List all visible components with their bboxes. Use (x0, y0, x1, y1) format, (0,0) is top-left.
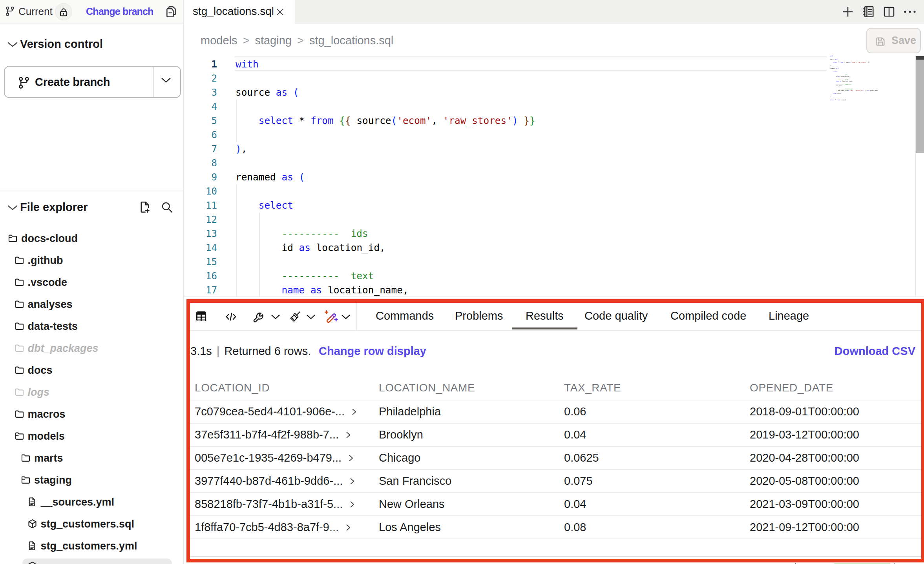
tree-item-docs-cloud[interactable]: docs-cloud (0, 227, 183, 249)
file-explorer-title: File explorer (20, 198, 88, 216)
table-row[interactable]: 1f8ffa70-7cb5-4d83-8a7f-9...Los Angeles0… (190, 515, 921, 539)
create-branch-button[interactable]: Create branch (4, 66, 181, 98)
tree-item-staging[interactable]: staging (0, 469, 183, 491)
panel-tab-results[interactable]: Results (526, 303, 564, 329)
save-icon (875, 36, 886, 47)
scrollbar-thumb[interactable] (916, 60, 924, 153)
results-meta-row: 3.1s|Returned 6 rows. Change row display… (190, 331, 921, 348)
tree-item-logs[interactable]: logs (0, 381, 183, 403)
cell-opened-date: 2018-09-01T00:00:00 (750, 400, 859, 422)
cell-location-id[interactable]: 858218fb-73f7-4b1b-a31f-5... (195, 493, 356, 515)
query-status: 3.1s|Returned 6 rows. (190, 345, 311, 358)
cell-location-id[interactable]: 005e7e1c-1935-4269-b479... (195, 447, 355, 469)
table-row[interactable]: 37e5f311-b7f4-4f2f-988b-7...Brooklyn0.04… (190, 423, 921, 446)
preview-table-icon[interactable] (195, 310, 207, 322)
folder-icon (14, 299, 25, 309)
version-control-topbar: Current Change branch (0, 0, 183, 24)
column-header-location_id[interactable]: LOCATION_ID (195, 377, 270, 399)
code-view-icon[interactable] (225, 311, 237, 323)
panel-top-border (184, 297, 924, 297)
file-icon (27, 497, 37, 507)
wrench-icon[interactable] (252, 311, 264, 323)
returned-rows: Returned 6 rows. (224, 345, 311, 357)
column-header-opened_date[interactable]: OPENED_DATE (750, 377, 833, 399)
changelog-icon[interactable] (862, 5, 876, 19)
chevron-down-icon[interactable] (341, 314, 351, 320)
tree-item-data-tests[interactable]: data-tests (0, 315, 183, 337)
cube-icon (27, 561, 38, 564)
table-row[interactable]: 7c079cea-5ed4-4101-906e-...Philadelphia0… (190, 400, 921, 423)
tree-item-models[interactable]: models (0, 425, 183, 447)
download-csv-link[interactable]: Download CSV (835, 345, 915, 358)
panel-tab-compiled-code[interactable]: Compiled code (670, 303, 746, 329)
panel-tab-commands[interactable]: Commands (376, 303, 434, 329)
table-row[interactable]: 3977f440-b87d-461b-9dd6-...San Francisco… (190, 469, 921, 492)
cell-tax-rate: 0.04 (564, 493, 586, 515)
tree-item-label: docs (28, 359, 53, 381)
create-branch-main[interactable]: Create branch (5, 67, 153, 97)
tree-item--github[interactable]: .github (0, 249, 183, 271)
breadcrumb-item[interactable]: stg_locations.sql (309, 34, 393, 47)
expand-row-icon (350, 408, 358, 416)
broom-icon[interactable] (289, 311, 301, 322)
file-explorer-section-header[interactable]: File explorer (0, 198, 183, 217)
new-tab-icon[interactable] (841, 5, 855, 19)
folder-icon (14, 255, 25, 266)
tree-item-label: .vscode (28, 271, 68, 293)
new-file-icon[interactable] (138, 200, 152, 214)
chevron-down-icon[interactable] (270, 314, 281, 320)
panel-tab-problems[interactable]: Problems (455, 303, 503, 329)
version-control-section-header[interactable]: Version control (0, 35, 183, 53)
tree-item-stg-locations-sql[interactable]: stg_locations.sql (0, 557, 183, 564)
chevron-down-icon[interactable] (306, 314, 316, 320)
table-row[interactable]: 858218fb-73f7-4b1b-a31f-5...New Orleans0… (190, 492, 921, 515)
cell-location-name: New Orleans (379, 493, 445, 515)
tree-item--vscode[interactable]: .vscode (0, 271, 183, 293)
change-branch-link[interactable]: Change branch (86, 0, 153, 23)
change-row-display-link[interactable]: Change row display (319, 345, 426, 358)
cell-location-id[interactable]: 37e5f311-b7f4-4f2f-988b-7... (195, 424, 352, 446)
tree-item-dbt-packages[interactable]: dbt_packages (0, 337, 183, 359)
tree-item-marts[interactable]: marts (0, 447, 183, 469)
panel-tab-code-quality[interactable]: Code quality (584, 303, 648, 329)
tree-item-stg-customers-yml[interactable]: stg_customers.yml (0, 535, 183, 557)
code-editor[interactable]: 123456789101112131415161718 withsource a… (184, 55, 924, 302)
tree-item-label: dbt_packages (28, 337, 99, 359)
create-branch-dropdown[interactable] (152, 67, 180, 97)
table-row[interactable]: 005e7e1c-1935-4269-b479...Chicago0.06252… (190, 446, 921, 469)
panel-tab-lineage[interactable]: Lineage (769, 303, 809, 329)
breadcrumb-item[interactable]: staging (255, 34, 292, 47)
tree-item-analyses[interactable]: analyses (0, 293, 183, 315)
editor-scrollbar[interactable] (915, 56, 924, 297)
main-area: stg_locations.sql models>staging>stg_loc… (184, 0, 924, 564)
search-icon[interactable] (160, 200, 173, 214)
lock-icon (58, 7, 69, 17)
cell-location-id[interactable]: 7c079cea-5ed4-4101-906e-... (195, 400, 358, 422)
minimap[interactable]: with source as ( select * from {{ source… (830, 55, 916, 298)
copilot-magic-icon[interactable] (324, 309, 338, 324)
column-header-tax_rate[interactable]: TAX_RATE (564, 377, 621, 399)
tree-item-label: stg_locations.sql (41, 560, 128, 564)
tree-item--sources-yml[interactable]: __sources.yml (0, 491, 183, 513)
tree-item-stg-customers-sql[interactable]: stg_customers.sql (0, 513, 183, 535)
split-pane-icon[interactable] (882, 5, 896, 19)
expand-row-icon (344, 431, 352, 439)
column-header-location_name[interactable]: LOCATION_NAME (379, 377, 475, 399)
code-content[interactable]: withsource as ( select * from {{ source(… (236, 57, 535, 311)
copy-icon[interactable] (164, 5, 178, 18)
chevron-down-icon (7, 204, 18, 211)
tree-item-docs[interactable]: docs (0, 359, 183, 381)
expand-row-icon (347, 454, 355, 462)
cell-location-id[interactable]: 3977f440-b87d-461b-9dd6-... (195, 470, 356, 492)
cell-opened-date: 2021-03-09T00:00:00 (750, 493, 859, 515)
close-tab-icon[interactable] (275, 7, 285, 17)
tab-stg-locations[interactable]: stg_locations.sql (184, 0, 295, 24)
cell-tax-rate: 0.075 (564, 470, 593, 492)
cell-location-id[interactable]: 1f8ffa70-7cb5-4d83-8a7f-9... (195, 516, 352, 538)
tree-item-macros[interactable]: macros (0, 403, 183, 425)
more-options-icon[interactable] (903, 9, 917, 14)
section-divider (0, 191, 183, 191)
tree-item-label: data-tests (28, 315, 78, 337)
breadcrumb-item[interactable]: models (201, 34, 237, 47)
save-button[interactable]: Save (866, 28, 921, 53)
